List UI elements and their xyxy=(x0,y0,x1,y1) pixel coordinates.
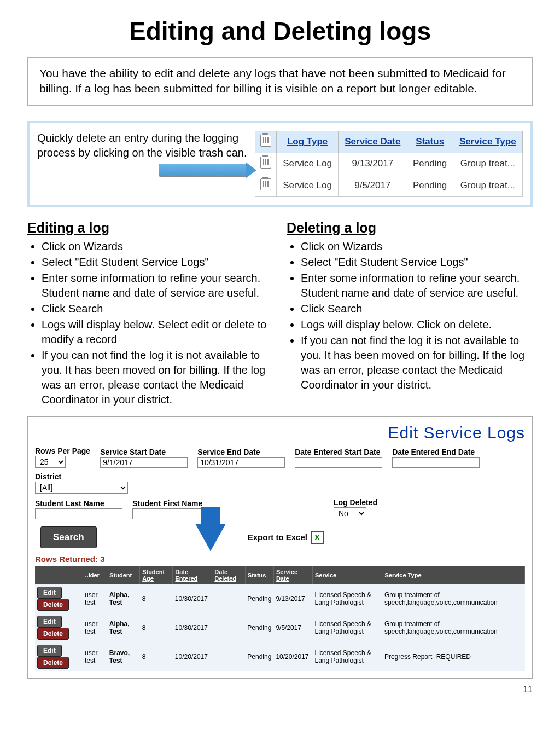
cell: 8 xyxy=(140,642,173,671)
header-service-date[interactable]: Service Date xyxy=(338,131,407,153)
col-student[interactable]: Student xyxy=(107,566,140,584)
cell: Alpha, Test xyxy=(107,584,140,613)
log-deleted-label: Log Deleted xyxy=(334,498,377,507)
list-item: Click on Wizards xyxy=(42,239,273,254)
editing-column: Editing a log Click on Wizards Select "E… xyxy=(27,220,273,408)
cell: Progress Report- REQUIRED xyxy=(382,642,525,671)
table-row: Service Log 9/13/2017 Pending Group trea… xyxy=(255,153,523,175)
service-end-input[interactable] xyxy=(197,457,285,468)
deleting-heading: Deleting a log xyxy=(287,220,533,236)
col-actions xyxy=(35,566,83,584)
col-deleted[interactable]: Date Deleted xyxy=(212,566,246,584)
results-table: ..ider Student Student Age Date Entered … xyxy=(35,566,525,671)
cell: Licensed Speech & Lang Pathologist xyxy=(313,584,382,613)
edit-button[interactable]: Edit xyxy=(37,645,62,657)
service-start-label: Service Start Date xyxy=(100,448,188,456)
cell: 10/30/2017 xyxy=(173,613,212,642)
col-sdate[interactable]: Service Date xyxy=(273,566,312,584)
cell: 9/13/2017 xyxy=(273,584,312,613)
district-select[interactable]: [All] xyxy=(35,482,128,494)
list-item: Logs will display below. Select edit or … xyxy=(42,317,273,347)
delete-button[interactable]: Delete xyxy=(37,657,69,669)
list-item: Select "Edit Student Service Logs" xyxy=(301,255,533,270)
cell: 10/30/2017 xyxy=(173,584,212,613)
header-trash[interactable] xyxy=(255,131,277,153)
log-deleted-select[interactable]: No xyxy=(334,507,366,519)
col-age[interactable]: Student Age xyxy=(140,566,173,584)
cell: Alpha, Test xyxy=(107,613,140,642)
editing-heading: Editing a log xyxy=(27,220,273,236)
cell: Pending xyxy=(245,584,273,613)
trash-icon xyxy=(260,135,271,147)
list-item: Select "Edit Student Service Logs" xyxy=(42,255,273,270)
cell: Group treat... xyxy=(453,175,522,196)
col-status[interactable]: Status xyxy=(245,566,273,584)
cell xyxy=(212,613,246,642)
district-label: District xyxy=(35,472,128,481)
search-button[interactable]: Search xyxy=(40,526,97,548)
rows-per-page-label: Rows Per Page xyxy=(35,447,90,455)
col-stype[interactable]: Service Type xyxy=(382,566,525,584)
cell: 9/5/2017 xyxy=(338,175,407,196)
date-entered-end-label: Date Entered End Date xyxy=(392,448,480,456)
delete-callout: Quickly delete an entry during the loggi… xyxy=(27,121,533,207)
arrow-pointer xyxy=(37,164,247,177)
header-service-type[interactable]: Service Type xyxy=(453,131,522,153)
table-row: Service Log 9/5/2017 Pending Group treat… xyxy=(255,175,523,196)
list-item: Logs will display below. Click on delete… xyxy=(301,317,533,332)
cell: Service Log xyxy=(277,175,339,196)
cell: 9/13/2017 xyxy=(338,153,407,175)
export-label: Export to ExcelX xyxy=(248,531,324,544)
table-row: Edit Deleteuser, testAlpha, Test810/30/2… xyxy=(35,584,525,613)
cell: Licensed Speech & Lang Pathologist xyxy=(313,642,382,671)
list-item: Enter some information to refine your se… xyxy=(301,271,533,300)
cell: user, test xyxy=(83,613,107,642)
header-log-type[interactable]: Log Type xyxy=(277,131,339,153)
cell: user, test xyxy=(83,642,107,671)
list-item: Enter some information to refine your se… xyxy=(42,271,273,300)
date-entered-end-input[interactable] xyxy=(392,457,480,468)
rows-per-page-select[interactable]: 25 xyxy=(35,456,66,468)
rows-returned: Rows Returned: 3 xyxy=(35,554,525,564)
cell xyxy=(212,642,246,671)
cell: Licensed Speech & Lang Pathologist xyxy=(313,613,382,642)
list-item: Click Search xyxy=(42,302,273,316)
excel-icon[interactable]: X xyxy=(311,531,324,544)
cell: 8 xyxy=(140,613,173,642)
col-service[interactable]: Service xyxy=(313,566,382,584)
panel-title: Edit Service Logs xyxy=(35,424,525,442)
cell: 8 xyxy=(140,584,173,613)
delete-button[interactable]: Delete xyxy=(37,628,69,640)
intro-box: You have the ability to edit and delete … xyxy=(27,57,533,106)
edit-button[interactable]: Edit xyxy=(37,616,62,628)
trash-icon[interactable] xyxy=(260,157,271,169)
last-name-input[interactable] xyxy=(35,508,122,519)
delete-callout-text: Quickly delete an entry during the loggi… xyxy=(37,132,247,159)
list-item: If you can not find the log it is not av… xyxy=(42,348,273,407)
list-item: Click Search xyxy=(301,302,533,316)
cell: 10/20/2017 xyxy=(273,642,312,671)
service-end-label: Service End Date xyxy=(197,448,285,456)
page-title: Editing and Deleting logs xyxy=(27,16,533,46)
cell: Service Log xyxy=(277,153,339,175)
list-item: Click on Wizards xyxy=(301,239,533,254)
table-row: Edit Deleteuser, testBravo, Test810/20/2… xyxy=(35,642,525,671)
date-entered-start-input[interactable] xyxy=(295,457,382,468)
log-preview-table: Log Type Service Date Status Service Typ… xyxy=(255,131,523,197)
header-status[interactable]: Status xyxy=(407,131,453,153)
cell: 10/20/2017 xyxy=(173,642,212,671)
col-entered[interactable]: Date Entered xyxy=(173,566,212,584)
cell: Pending xyxy=(245,613,273,642)
col-ider[interactable]: ..ider xyxy=(83,566,107,584)
service-start-input[interactable] xyxy=(100,457,188,468)
trash-icon[interactable] xyxy=(260,178,271,190)
cell: Group treatment of speech,language,voice… xyxy=(382,584,525,613)
cell: Bravo, Test xyxy=(107,642,140,671)
cell: Group treatment of speech,language,voice… xyxy=(382,613,525,642)
cell: 9/5/2017 xyxy=(273,613,312,642)
table-row: Edit Deleteuser, testAlpha, Test810/30/2… xyxy=(35,613,525,642)
cell: Pending xyxy=(245,642,273,671)
delete-button[interactable]: Delete xyxy=(37,599,69,611)
edit-button[interactable]: Edit xyxy=(37,587,62,599)
cell: Pending xyxy=(407,175,453,196)
